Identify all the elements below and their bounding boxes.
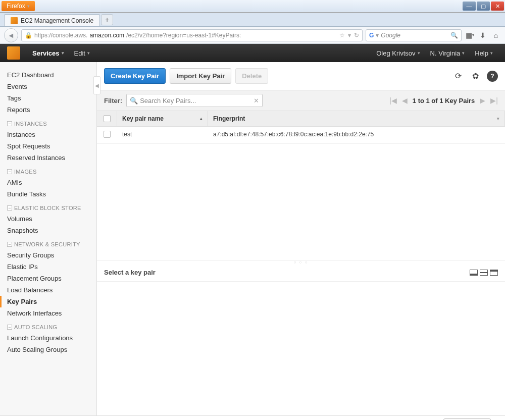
sidebar-group-header[interactable]: −NETWORK & SECURITY [0,236,96,249]
col-fingerprint[interactable]: Fingerprint ▾ [208,111,505,126]
table-row[interactable]: testa7:d5:af:df:e7:48:57:eb:c6:78:f9:0c:… [97,127,505,144]
collapse-toggle-icon[interactable]: − [7,121,12,126]
address-bar[interactable]: 🔒 https://console.aws.amazon.com/ec2/v2/… [21,29,363,41]
sidebar-link[interactable]: Launch Configurations [0,332,96,344]
url-path: /ec2/v2/home?region=us-east-1#KeyPairs: [126,32,241,39]
collapse-toggle-icon[interactable]: − [7,242,12,247]
sidebar-link[interactable]: Auto Scaling Groups [0,344,96,355]
pagination-label: 1 to 1 of 1 Key Pairs [413,97,475,104]
filter-search-input[interactable]: 🔍 Search Key Pairs... ✕ [126,94,263,107]
select-all-checkbox[interactable] [104,115,111,122]
new-tab-button[interactable]: + [101,14,113,25]
sidebar-link[interactable]: EC2 Dashboard [0,69,96,81]
help-icon[interactable]: ? [487,71,498,82]
refresh-icon[interactable]: ⟳ [452,71,464,82]
firefox-label: Firefox [7,3,25,10]
sidebar-link[interactable]: Bundle Tasks [0,188,96,200]
sidebar-link[interactable]: Reserved Instances [0,152,96,164]
firefox-menu-button[interactable]: Firefox ▾ [2,1,35,11]
pagination: |◀ ◀ 1 to 1 of 1 Key Pairs ▶ ▶| [389,96,498,104]
sidebar-collapse-handle[interactable]: ◀ [93,76,100,94]
reload-icon[interactable]: ↻ [354,32,359,39]
main-area: EC2 DashboardEventsTagsReports −INSTANCE… [0,62,505,415]
action-toolbar: Create Key Pair Import Key Pair Delete ⟳… [97,62,505,90]
sidebar-link[interactable]: Snapshots [0,225,96,236]
caret-down-icon: ▾ [62,50,64,56]
window-minimize-button[interactable]: — [463,2,476,11]
col-keypair-name[interactable]: Key pair name ▴ [117,111,208,126]
search-icon: 🔍 [130,97,138,104]
sidebar-link[interactable]: Network Interfaces [0,307,96,319]
window-maximize-button[interactable]: ▢ [477,2,490,11]
sidebar-link[interactable]: Volumes [0,213,96,225]
collapse-toggle-icon[interactable]: − [7,205,12,211]
sidebar-link[interactable]: Instances [0,129,96,140]
sidebar-link[interactable]: Tags [0,92,96,104]
sidebar-link[interactable]: Key Pairs [0,296,96,307]
browser-tab[interactable]: EC2 Management Console [4,14,100,26]
caret-down-icon: ▾ [418,50,420,56]
page-prev-icon[interactable]: ◀ [402,96,408,104]
browser-toolbar: ◄ 🔒 https://console.aws.amazon.com/ec2/v… [0,27,505,44]
sidebar-group-header[interactable]: −AUTO SCALING [0,319,96,332]
sidebar-group-header[interactable]: −ELASTIC BLOCK STORE [0,200,96,213]
search-placeholder: Google [381,32,400,39]
content-pane: Create Key Pair Import Key Pair Delete ⟳… [97,62,505,415]
detail-body [97,282,505,415]
clear-filter-icon[interactable]: ✕ [254,97,259,104]
import-key-pair-button[interactable]: Import Key Pair [170,68,231,84]
create-key-pair-button[interactable]: Create Key Pair [104,68,166,84]
window-close-button[interactable]: ✕ [491,2,504,11]
sidebar-link[interactable]: AMIs [0,177,96,188]
layout-top-icon[interactable] [490,270,498,276]
nav-region[interactable]: N. Virginia▾ [425,49,470,57]
sidebar-link[interactable]: Placement Groups [0,273,96,284]
collapse-toggle-icon[interactable]: − [7,169,12,174]
caret-down-icon: ▾ [27,4,30,9]
row-checkbox[interactable] [104,131,111,138]
column-menu-icon[interactable]: ▾ [497,116,499,121]
col-checkbox[interactable] [97,111,117,126]
google-g-icon: G [369,32,374,39]
page-last-icon[interactable]: ▶| [490,96,498,104]
nav-services[interactable]: Services▾ [27,49,69,57]
search-go-icon[interactable]: 🔍 [450,32,458,39]
settings-gear-icon[interactable]: ✿ [470,71,481,82]
nav-back-button[interactable]: ◄ [4,28,18,42]
bookmark-star-icon[interactable]: ☆ [339,32,345,39]
lock-icon: 🔒 [25,32,32,39]
home-button[interactable]: ⌂ [491,30,501,40]
nav-user[interactable]: Oleg Krivtsov▾ [371,49,425,57]
downloads-button[interactable]: ⬇ [478,30,488,40]
nav-edit[interactable]: Edit▾ [69,49,95,57]
aws-top-nav: Services▾ Edit▾ Oleg Krivtsov▾ N. Virgin… [0,44,505,62]
cell-fingerprint: a7:d5:af:df:e7:48:57:eb:c6:78:f9:0c:ac:e… [208,127,505,143]
sidebar-link[interactable]: Events [0,81,96,92]
sidebar-link[interactable]: Elastic IPs [0,261,96,273]
filter-placeholder: Search Key Pairs... [140,97,196,104]
caret-down-icon: ▾ [490,50,493,56]
collapse-toggle-icon[interactable]: − [7,325,12,330]
aws-favicon-icon [11,17,18,24]
sidebar-group-header[interactable]: −IMAGES [0,164,96,177]
footer: © 2008 - 2014, Amazon Web Services, Inc.… [0,415,505,420]
aws-logo-icon[interactable] [7,46,20,60]
filter-label: Filter: [104,97,122,104]
dropdown-caret-icon[interactable]: ▾ [348,32,351,39]
page-first-icon[interactable]: |◀ [389,96,397,104]
browser-search-box[interactable]: G ▾ Google 🔍 [366,29,462,41]
nav-help[interactable]: Help▾ [470,49,498,57]
sidebar-link[interactable]: Spot Requests [0,140,96,152]
sidebar-link[interactable]: Load Balancers [0,284,96,296]
caret-down-icon: ▾ [462,50,465,56]
page-next-icon[interactable]: ▶ [480,96,485,104]
sidebar-link[interactable]: Reports [0,104,96,116]
sidebar-link[interactable]: Security Groups [0,249,96,261]
addon-button[interactable]: ▦▾ [465,30,475,40]
detail-title: Select a key pair [104,269,156,276]
layout-split-icon[interactable] [480,270,488,276]
sidebar-group-header[interactable]: −INSTANCES [0,116,96,129]
tab-title: EC2 Management Console [21,17,93,24]
layout-bottom-icon[interactable] [470,270,478,276]
sidebar: EC2 DashboardEventsTagsReports −INSTANCE… [0,62,97,415]
